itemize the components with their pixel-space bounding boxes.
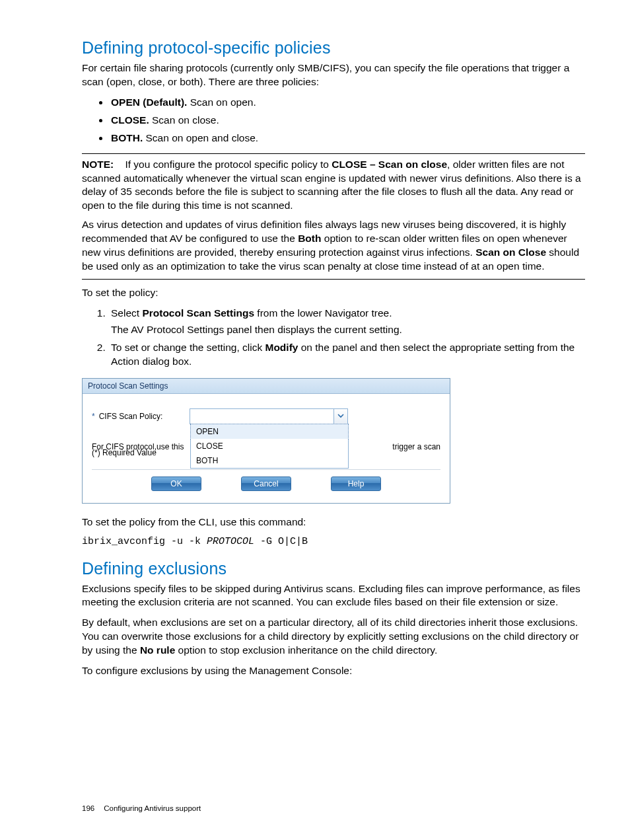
list-item: BOTH. Scan on open and close. xyxy=(110,132,585,145)
exclusions-p2: By default, when exclusions are set on a… xyxy=(82,616,585,658)
exclusions-p3: To configure exclusions by using the Man… xyxy=(82,664,585,678)
note-paragraph-2: As virus detection and updates of virus … xyxy=(82,218,585,274)
list-item: OPEN (Default). Scan on open. xyxy=(110,96,585,110)
section-heading-exclusions: Defining exclusions xyxy=(82,559,585,578)
note-paragraph-1: NOTE: If you configure the protocol spec… xyxy=(82,158,585,213)
cifs-scan-policy-label: *CIFS Scan Policy: xyxy=(92,412,190,421)
dialog-divider xyxy=(92,469,440,470)
cancel-button[interactable]: Cancel xyxy=(241,477,291,491)
steps-list: Select Protocol Scan Settings from the l… xyxy=(82,307,585,369)
note-label: NOTE: xyxy=(82,159,114,170)
policy-list: OPEN (Default). Scan on open. CLOSE. Sca… xyxy=(82,96,585,145)
dropdown-option-both[interactable]: BOTH xyxy=(191,453,348,468)
cifs-scan-policy-combo[interactable]: OPEN CLOSE BOTH xyxy=(190,408,348,424)
page-footer: 196Configuring Antivirus support xyxy=(82,804,201,812)
note-block: NOTE: If you configure the protocol spec… xyxy=(82,153,585,280)
dialog-title: Protocol Scan Settings xyxy=(83,379,450,394)
dropdown-option-open[interactable]: OPEN xyxy=(190,424,349,439)
exclusions-p1: Exclusions specify files to be skipped d… xyxy=(82,582,585,610)
ok-button[interactable]: OK xyxy=(151,477,201,491)
cifs-scan-policy-input[interactable] xyxy=(190,409,333,424)
section-heading-protocol-policies: Defining protocol-specific policies xyxy=(82,38,585,57)
step-subtext: The AV Protocol Settings panel then disp… xyxy=(111,323,585,337)
protocol-scan-settings-dialog: Protocol Scan Settings For CIFS protocol… xyxy=(82,378,450,504)
cli-command: ibrix_avconfig -u -k PROTOCOL -G O|C|B xyxy=(82,536,585,547)
help-button[interactable]: Help xyxy=(331,477,381,491)
step-item: Select Protocol Scan Settings from the l… xyxy=(108,307,585,337)
step-item: To set or change the setting, click Modi… xyxy=(108,341,585,369)
combo-dropdown-button[interactable] xyxy=(333,409,347,424)
cli-intro: To set the policy from the CLI, use this… xyxy=(82,515,585,529)
to-set-policy-label: To set the policy: xyxy=(82,286,585,300)
required-asterisk-icon: * xyxy=(92,412,95,421)
intro-paragraph: For certain file sharing protocols (curr… xyxy=(82,61,585,89)
list-item: CLOSE. Scan on close. xyxy=(110,114,585,128)
chevron-down-icon xyxy=(337,412,344,421)
dropdown-option-close[interactable]: CLOSE xyxy=(191,439,348,453)
page-number: 196 xyxy=(82,804,94,812)
chapter-name: Configuring Antivirus support xyxy=(104,804,201,812)
cifs-scan-policy-dropdown: OPEN CLOSE BOTH xyxy=(190,424,349,469)
